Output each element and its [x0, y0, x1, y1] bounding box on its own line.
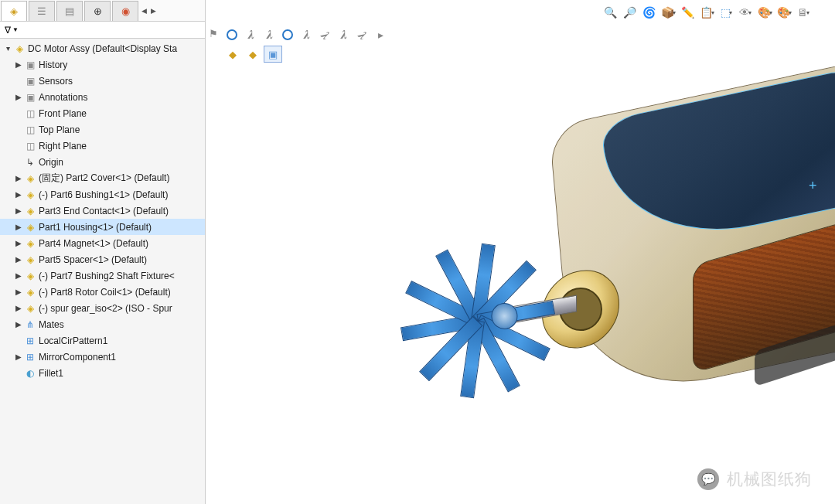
dropdown-arrow[interactable]: ▾ [769, 9, 772, 16]
dropdown-arrow[interactable]: ▾ [673, 9, 676, 16]
dynamic-view-icon[interactable]: ✏️ [679, 4, 696, 21]
tree-node[interactable]: ▶◈(-) Part8 Rotor Coil<1> (Default) [0, 284, 205, 300]
zoom-previous-icon[interactable]: 🌀 [640, 4, 657, 21]
hide-show-icon[interactable]: 👁▾ [737, 4, 754, 21]
mate-icon: ⋔ [24, 318, 36, 331]
part-icon: ◈ [24, 205, 36, 217]
graphics-viewport[interactable]: ⚑ 🔍🔎🌀📦▾✏️📋▾⬚▾👁▾🎨▾🎨▾🖥▾ 𝛌𝛌𝛌𝛌𝛌𝛌▸ ◆◆▣ + 💬 机械… [206, 0, 835, 504]
tree-node[interactable]: ▶◈Part1 Housing<1> (Default) [0, 219, 205, 235]
tree-node[interactable]: ▶◈(-) Part7 Bushing2 Shaft Fixture< [0, 267, 205, 284]
tree-node-label: (-) Part7 Bushing2 Shaft Fixture< [39, 271, 175, 281]
dropdown-arrow[interactable]: ▾ [748, 9, 752, 16]
view-orientation-icon[interactable]: 📋▾ [698, 4, 715, 21]
expand-toggle[interactable]: ▶ [14, 288, 23, 296]
tree-node[interactable]: ▶⊞MirrorComponent1 [0, 349, 205, 365]
axis-icon: 𝛌 [318, 28, 332, 42]
tree-node-label: Sensors [39, 76, 73, 87]
tree-node[interactable]: ▶◈(-) Part6 Bushing1<1> (Default) [0, 186, 205, 203]
expand-toggle[interactable]: ▶ [14, 352, 23, 361]
filter-bar[interactable]: ∇ ▼ [0, 22, 205, 39]
zoom-area-icon: 🔎 [623, 6, 636, 19]
expand-toggle[interactable]: ▶ [14, 60, 23, 69]
axis-4[interactable]: 𝛌 [334, 26, 353, 43]
tree-node-label: History [39, 60, 67, 70]
tree-node[interactable]: ⊞LocalCirPattern1 [0, 332, 205, 349]
part-icon: ◈ [24, 302, 36, 315]
axis-icon: 𝛌 [303, 28, 309, 42]
section-view-icon[interactable]: 📦▾ [659, 4, 677, 21]
tree-node[interactable]: ◫Front Plane [0, 105, 205, 121]
dropdown-arrow[interactable]: ▾ [789, 9, 792, 16]
tree-node[interactable]: ◫Top Plane [0, 121, 205, 138]
tab-scroll-right[interactable]: ▶ [148, 7, 158, 15]
tree-node[interactable]: ↳Origin [0, 154, 205, 170]
tree-node[interactable]: ▶◈Part4 Magnet<1> (Default) [0, 235, 205, 251]
expand-toggle[interactable]: ▶ [14, 271, 23, 280]
expand-toggle[interactable]: ▶ [14, 239, 23, 247]
tree-root[interactable]: ▾ ◈ DC Motor Assy (Default<Display Sta [0, 40, 205, 56]
cfg-solid[interactable]: ▣ [264, 46, 282, 63]
tab-config[interactable]: ☰ [29, 1, 55, 21]
expand-toggle[interactable]: ▶ [14, 255, 23, 264]
dropdown-arrow[interactable]: ▾ [729, 9, 732, 16]
scene-icon[interactable]: 🎨▾ [775, 4, 792, 21]
expand-toggle[interactable]: ▶ [14, 320, 23, 329]
tree-node[interactable]: ▶⋔Mates [0, 316, 205, 332]
grey-icon: ▣ [24, 75, 36, 87]
cfg-part[interactable]: ◆ [244, 46, 262, 63]
tab-assembly[interactable]: ◈ [1, 1, 27, 21]
filter-dd[interactable]: ▼ [12, 26, 19, 33]
display-icon[interactable]: 🖥▾ [795, 4, 812, 21]
model-view[interactable]: + [422, 46, 835, 502]
expand-toggle[interactable]: ▶ [14, 206, 23, 215]
tree-node[interactable]: ◐Fillet1 [0, 365, 205, 381]
assembly-icon: ◈ [10, 5, 18, 17]
tree-root-label: DC Motor Assy (Default<Display Sta [28, 43, 177, 54]
zoom-area-icon[interactable]: 🔎 [621, 4, 638, 21]
zoom-fit-icon[interactable]: 🔍 [602, 4, 619, 21]
tree-node[interactable]: ▶◈Part3 End Contact<1> (Default) [0, 203, 205, 219]
axis-3[interactable]: 𝛌 [297, 26, 315, 43]
tab-appearance[interactable]: ◉ [112, 1, 138, 21]
display-style-icon[interactable]: ⬚▾ [717, 4, 734, 21]
tree-node[interactable]: ▶◈Part5 Spacer<1> (Default) [0, 251, 205, 267]
expand-toggle[interactable]: ▶ [14, 190, 23, 199]
spur-gear[interactable] [424, 271, 530, 370]
tree-node-label: LocalCirPattern1 [39, 335, 107, 346]
tab-property[interactable]: ▤ [56, 1, 83, 21]
property-icon: ▤ [65, 5, 74, 17]
tree-node[interactable]: ▶◈(-) spur gear_iso<2> (ISO - Spur [0, 300, 205, 316]
dropdown-arrow[interactable]: ▾ [806, 9, 809, 16]
concentric-1[interactable] [223, 26, 241, 43]
cfg-solid-icon: ▣ [268, 49, 278, 60]
edge-2[interactable]: 𝛌 [353, 26, 371, 43]
expand-toggle[interactable]: ▶ [14, 93, 23, 101]
expand-toggle[interactable]: ▶ [14, 174, 23, 182]
edge-1[interactable]: 𝛌 [315, 26, 334, 43]
expand-toggle[interactable]: ▶ [14, 223, 23, 231]
tree-node-label: Mates [39, 319, 64, 330]
tree-node[interactable]: ▶▣History [0, 56, 205, 73]
tree-node-label: Part5 Spacer<1> (Default) [39, 254, 147, 265]
axis-icon: 𝛌 [247, 28, 254, 42]
expand-toggle[interactable]: ▾ [3, 44, 12, 53]
expand-toggle[interactable]: ▶ [14, 304, 23, 312]
tab-scroll-left[interactable]: ◀ [139, 7, 148, 15]
feature-tree[interactable]: ▾ ◈ DC Motor Assy (Default<Display Sta ▶… [0, 39, 205, 383]
more[interactable]: ▸ [371, 26, 390, 43]
tree-node-label: (-) spur gear_iso<2> (ISO - Spur [39, 303, 172, 314]
edit-appearance-icon[interactable]: 🎨▾ [756, 4, 773, 21]
axis-2[interactable]: 𝛌 [260, 26, 278, 43]
redo-flag-icon[interactable]: ⚑ [209, 28, 218, 39]
tree-node[interactable]: ▣Sensors [0, 73, 205, 89]
dropdown-arrow[interactable]: ▾ [711, 9, 714, 16]
tree-node-label: Annotations [39, 92, 87, 103]
tree-node[interactable]: ◫Right Plane [0, 138, 205, 154]
tree-node[interactable]: ▶▣Annotations [0, 89, 205, 105]
tree-node[interactable]: ▶◈(固定) Part2 Cover<1> (Default) [0, 170, 205, 186]
axis-1[interactable]: 𝛌 [241, 26, 260, 43]
cfg-assembly[interactable]: ◆ [223, 46, 242, 63]
zoom-previous-icon: 🌀 [642, 6, 656, 19]
concentric-2[interactable] [278, 26, 297, 43]
tab-origin[interactable]: ⊕ [84, 1, 111, 21]
